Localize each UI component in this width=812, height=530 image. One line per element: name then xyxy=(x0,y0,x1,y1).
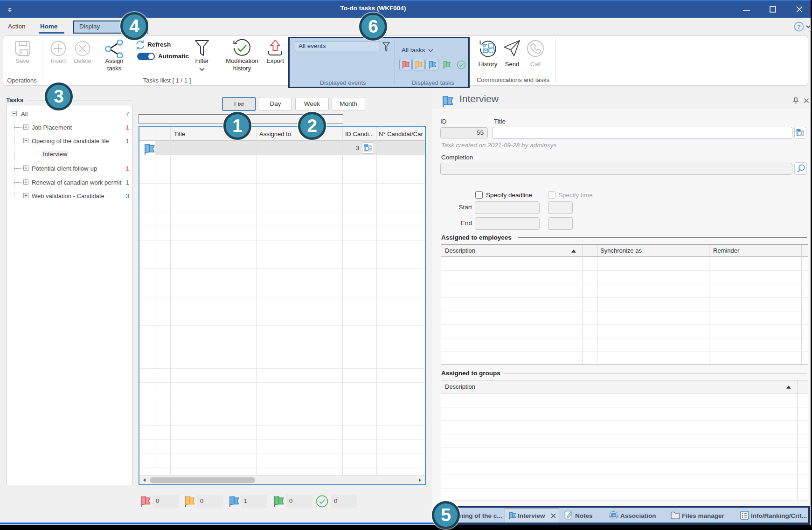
svg-text:?: ? xyxy=(797,23,801,30)
